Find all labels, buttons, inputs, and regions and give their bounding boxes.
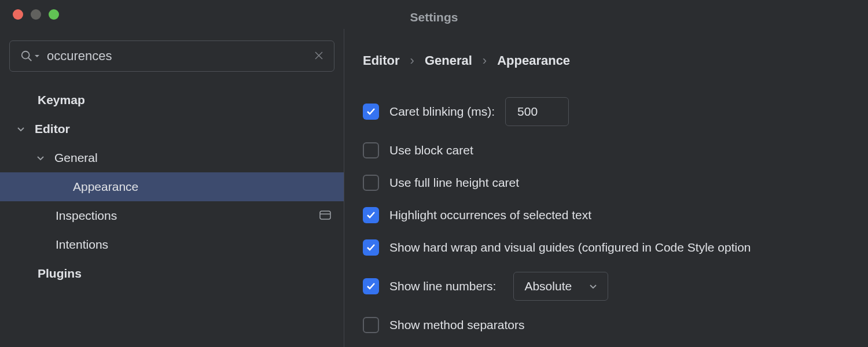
search-icon: [20, 50, 40, 62]
caret-blinking-label: Caret blinking (ms):: [389, 105, 495, 119]
sidebar-item-keymap[interactable]: Keymap: [0, 86, 344, 115]
use-block-caret-label: Use block caret: [389, 143, 473, 157]
sidebar-item-general[interactable]: General: [0, 143, 344, 172]
caret-blinking-checkbox[interactable]: [363, 104, 379, 120]
svg-point-0: [22, 51, 30, 59]
use-block-caret-checkbox[interactable]: [363, 142, 379, 158]
svg-rect-4: [320, 211, 330, 219]
svg-line-1: [28, 58, 32, 61]
use-full-line-caret-label: Use full line height caret: [389, 176, 519, 190]
close-window-button[interactable]: [13, 9, 23, 20]
maximize-window-button[interactable]: [49, 9, 59, 20]
show-line-numbers-label: Show line numbers:: [389, 279, 496, 293]
sidebar-item-plugins[interactable]: Plugins: [0, 259, 344, 288]
show-method-separators-label: Show method separators: [389, 318, 524, 332]
settings-scope-icon: [319, 209, 331, 223]
sidebar-item-intentions[interactable]: Intentions: [0, 230, 344, 259]
caret-blinking-input[interactable]: [505, 97, 569, 126]
clear-search-icon[interactable]: [314, 50, 323, 63]
breadcrumb-editor[interactable]: Editor: [363, 53, 400, 68]
settings-sidebar: Keymap Editor General Appear: [0, 29, 344, 347]
show-hard-wrap-checkbox[interactable]: [363, 239, 379, 256]
highlight-occurrences-checkbox[interactable]: [363, 207, 379, 223]
breadcrumb: Editor › General › Appearance: [363, 53, 868, 68]
search-input[interactable]: [47, 49, 314, 64]
highlight-occurrences-label: Highlight occurrences of selected text: [389, 208, 591, 222]
sidebar-item-appearance[interactable]: Appearance: [0, 172, 344, 201]
chevron-right-icon: ›: [483, 53, 487, 68]
line-numbers-mode-value: Absolute: [524, 279, 572, 293]
minimize-window-button[interactable]: [31, 9, 41, 20]
breadcrumb-general[interactable]: General: [425, 53, 472, 68]
chevron-down-icon: [589, 279, 597, 293]
chevron-down-icon: [36, 153, 45, 163]
breadcrumb-appearance: Appearance: [497, 53, 570, 68]
use-full-line-caret-checkbox[interactable]: [363, 175, 379, 191]
sidebar-item-inspections[interactable]: Inspections: [0, 201, 344, 230]
show-hard-wrap-label: Show hard wrap and visual guides (config…: [389, 241, 751, 254]
show-method-separators-checkbox[interactable]: [363, 317, 379, 333]
window-title: Settings: [410, 10, 458, 24]
chevron-down-icon: [16, 124, 25, 134]
line-numbers-mode-select[interactable]: Absolute: [513, 272, 608, 301]
window-controls[interactable]: [0, 9, 59, 20]
search-box[interactable]: [9, 40, 334, 72]
sidebar-item-editor[interactable]: Editor: [0, 115, 344, 143]
chevron-right-icon: ›: [410, 53, 414, 68]
show-line-numbers-checkbox[interactable]: [363, 278, 379, 294]
settings-content: Editor › General › Appearance Caret blin…: [344, 29, 868, 347]
